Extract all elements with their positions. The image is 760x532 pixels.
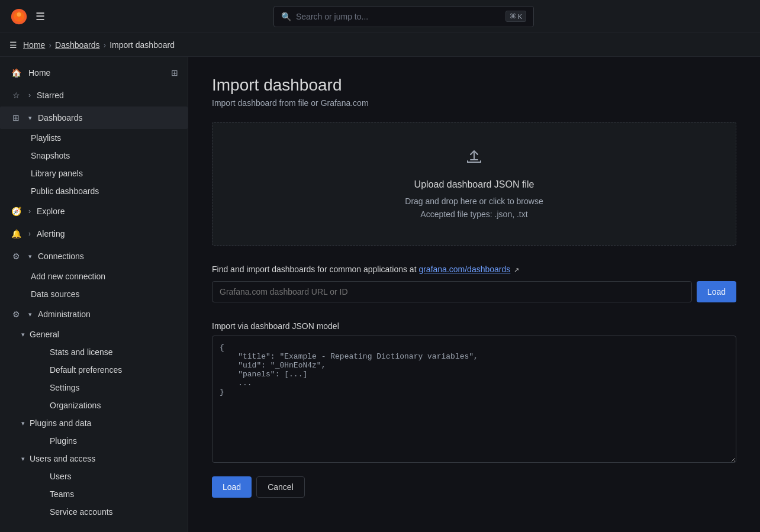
cancel-button[interactable]: Cancel <box>256 476 305 498</box>
sidebar-explore-label: Explore <box>37 207 178 216</box>
load-url-button[interactable]: Load <box>697 281 736 302</box>
sidebar-item-administration[interactable]: ⚙ ▾ Administration <box>0 303 188 325</box>
panel-icon: ⊞ <box>171 68 178 78</box>
sidebar-starred-label: Starred <box>37 91 178 100</box>
sidebar-item-organizations[interactable]: Organizations <box>0 396 188 414</box>
search-shortcut: ⌘K <box>505 11 526 22</box>
sidebar-group-users[interactable]: ▾ Users and access <box>0 450 188 467</box>
sidebar-dashboards-label: Dashboards <box>38 113 178 122</box>
upload-desc-line1: Drag and drop here or click to browse <box>405 196 543 206</box>
sidebar-item-users[interactable]: Users <box>0 467 188 485</box>
home-icon: 🏠 <box>9 66 22 79</box>
sidebar-admin-label: Administration <box>38 309 178 319</box>
admin-collapse-icon: ▾ <box>28 311 32 318</box>
sidebar-item-stats[interactable]: Stats and license <box>0 343 188 361</box>
search-placeholder: Search or jump to... <box>296 12 501 21</box>
svg-point-3 <box>15 17 18 20</box>
upload-area[interactable]: Upload dashboard JSON file Drag and drop… <box>212 122 736 246</box>
sidebar-item-teams[interactable]: Teams <box>0 485 188 503</box>
action-row: Load Cancel <box>212 476 736 498</box>
service-accounts-label: Service accounts <box>50 507 113 517</box>
admin-icon: ⚙ <box>9 308 22 321</box>
users-label: Users and access <box>30 454 95 463</box>
sidebar-item-alerting[interactable]: 🔔 › Alerting <box>0 223 188 245</box>
load-button[interactable]: Load <box>212 476 252 498</box>
data-sources-label: Data sources <box>31 289 79 299</box>
json-textarea[interactable]: { "title": "Example - Repeating Dictiona… <box>212 336 736 463</box>
sidebar-item-library-panels[interactable]: Library panels <box>0 165 188 182</box>
settings-label: Settings <box>50 383 80 392</box>
svg-rect-9 <box>480 160 481 163</box>
grafana-logo[interactable] <box>9 7 28 26</box>
search-icon: 🔍 <box>281 12 291 21</box>
page-subtitle: Import dashboard from file or Grafana.co… <box>212 98 736 108</box>
sidebar-item-connections[interactable]: ⚙ ▾ Connections <box>0 245 188 267</box>
star-icon: ☆ <box>9 89 22 102</box>
upload-icon <box>463 146 485 172</box>
playlists-label: Playlists <box>31 133 61 143</box>
breadcrumb-dashboards[interactable]: Dashboards <box>55 40 100 50</box>
main-content: Import dashboard Import dashboard from f… <box>188 57 760 532</box>
sidebar-item-default-prefs[interactable]: Default preferences <box>0 361 188 379</box>
menu-icon[interactable]: ☰ <box>9 40 17 50</box>
library-panels-label: Library panels <box>31 169 83 178</box>
public-dashboards-label: Public dashboards <box>31 186 99 196</box>
sidebar-item-public-dashboards[interactable]: Public dashboards <box>0 182 188 200</box>
breadcrumb-bar: ☰ Home › Dashboards › Import dashboard <box>0 33 760 57</box>
upload-desc-line2: Accepted file types: .json, .txt <box>420 209 527 219</box>
json-section-title: Import via dashboard JSON model <box>212 321 736 331</box>
sidebar-alerting-label: Alerting <box>37 229 178 238</box>
sidebar-item-starred[interactable]: ☆ › Starred <box>0 84 188 107</box>
connections-icon: ⚙ <box>9 250 22 263</box>
find-text: Find and import dashboards for common ap… <box>212 265 417 274</box>
stats-label: Stats and license <box>50 347 113 357</box>
breadcrumb-home[interactable]: Home <box>23 40 45 50</box>
sidebar-item-playlists[interactable]: Playlists <box>0 129 188 147</box>
starred-collapse-icon: › <box>28 91 31 99</box>
page-title: Import dashboard <box>212 76 736 95</box>
upload-title: Upload dashboard JSON file <box>414 179 534 190</box>
sidebar-group-general[interactable]: ▾ General <box>0 325 188 343</box>
snapshots-label: Snapshots <box>31 151 70 160</box>
general-chevron-icon: ▾ <box>21 331 25 338</box>
general-label: General <box>30 330 59 339</box>
sidebar-item-dashboards[interactable]: ⊞ ▾ Dashboards <box>0 107 188 129</box>
explore-collapse-icon: › <box>28 207 31 215</box>
alerting-collapse-icon: › <box>28 230 31 238</box>
svg-rect-7 <box>467 162 481 163</box>
svg-rect-8 <box>467 160 468 163</box>
sidebar-item-settings[interactable]: Settings <box>0 379 188 396</box>
menu-toggle-icon[interactable]: ☰ <box>36 10 45 23</box>
svg-rect-6 <box>474 152 475 160</box>
alerting-icon: 🔔 <box>9 227 22 240</box>
sidebar-item-plugins[interactable]: Plugins <box>0 432 188 450</box>
sidebar-item-service-accounts[interactable]: Service accounts <box>0 503 188 521</box>
sidebar-item-home[interactable]: 🏠 Home ⊞ <box>0 62 188 84</box>
sidebar-item-snapshots[interactable]: Snapshots <box>0 147 188 165</box>
sidebar-item-explore[interactable]: 🧭 › Explore <box>0 200 188 223</box>
default-prefs-label: Default preferences <box>50 365 122 375</box>
sidebar-connections-label: Connections <box>38 252 178 261</box>
search-bar[interactable]: 🔍 Search or jump to... ⌘K <box>273 6 534 27</box>
sidebar: 🏠 Home ⊞ ☆ › Starred ⊞ ▾ Dashboards Play… <box>0 57 188 532</box>
svg-point-4 <box>20 17 22 20</box>
add-connection-label: Add new connection <box>31 272 105 281</box>
plugins-chevron-icon: ▾ <box>21 420 25 427</box>
grafana-link[interactable]: grafana.com/dashboards <box>418 265 510 274</box>
organizations-label: Organizations <box>50 401 101 410</box>
find-section-title: Find and import dashboards for common ap… <box>212 265 736 274</box>
topbar: ☰ 🔍 Search or jump to... ⌘K <box>0 0 760 33</box>
dashboard-url-input[interactable] <box>212 281 692 302</box>
explore-icon: 🧭 <box>9 205 22 218</box>
svg-point-2 <box>17 12 21 17</box>
sidebar-item-add-connection[interactable]: Add new connection <box>0 267 188 285</box>
breadcrumb-current: Import dashboard <box>110 40 175 50</box>
dashboards-icon: ⊞ <box>9 111 22 124</box>
breadcrumb-sep-2: › <box>104 40 107 50</box>
upload-desc: Drag and drop here or click to browse Ac… <box>405 195 543 221</box>
sidebar-home-label: Home <box>28 68 165 78</box>
plugins-label: Plugins and data <box>30 418 91 428</box>
teams-label: Teams <box>50 489 74 499</box>
sidebar-group-plugins[interactable]: ▾ Plugins and data <box>0 414 188 432</box>
sidebar-item-data-sources[interactable]: Data sources <box>0 285 188 303</box>
